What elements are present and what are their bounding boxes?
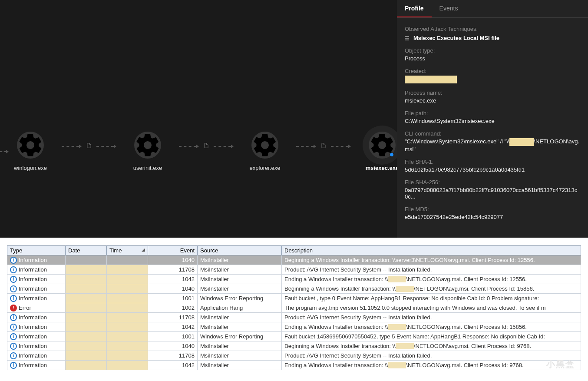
date-cell <box>66 322 107 332</box>
date-cell <box>66 361 107 370</box>
cli-command-value: "C:\Windows\System32\msiexec.exe" /i "\\… <box>405 138 580 152</box>
source-cell: MsiInstaller <box>198 255 282 265</box>
process-graph[interactable]: winlogon.exe userinit.exe explorer.exe <box>0 0 397 238</box>
process-node-label: winlogon.exe <box>14 165 47 171</box>
file-path-value: C:\Windows\System32\msiexec.exe <box>405 118 580 124</box>
attack-techniques-label: Observed Attack Techniques: <box>405 26 580 32</box>
info-icon: i <box>10 343 17 350</box>
time-cell <box>107 294 148 303</box>
description-text: Product: AVG Internet Security System --… <box>284 314 432 321</box>
process-node[interactable]: explorer.exe <box>243 132 287 171</box>
type-text: Information <box>19 285 47 292</box>
description-cell: Beginning a Windows Installer transactio… <box>282 255 581 265</box>
source-cell: MsiInstaller <box>198 341 282 351</box>
description-cell: Ending a Windows Installer transaction: … <box>282 361 581 370</box>
tab-events[interactable]: Events <box>432 0 466 17</box>
redacted-block <box>396 286 414 292</box>
description-cell: Beginning a Windows Installer transactio… <box>282 341 581 351</box>
description-text: \NETLOGON\avg.msi. Client Process Id: 15… <box>414 285 534 292</box>
type-text: Information <box>19 295 47 301</box>
date-cell <box>66 284 107 294</box>
process-node[interactable]: msiexec.exe <box>360 132 397 171</box>
date-cell <box>66 341 107 351</box>
table-row[interactable]: iInformation 11708 MsiInstaller Product:… <box>7 313 581 322</box>
info-icon: i <box>10 362 17 369</box>
description-text: Ending a Windows Installer transaction: … <box>284 324 388 330</box>
description-text: Ending a Windows Installer transaction: … <box>284 276 388 282</box>
gear-icon <box>369 132 396 159</box>
tab-profile[interactable]: Profile <box>397 0 432 17</box>
type-text: Information <box>19 276 47 282</box>
source-cell: MsiInstaller <box>198 361 282 370</box>
time-cell <box>107 341 148 351</box>
table-row[interactable]: iInformation 1042 MsiInstaller Ending a … <box>7 275 581 284</box>
description-cell: The program avg.tmp version 51.1052.0.0 … <box>282 303 581 313</box>
created-label: Created: <box>405 68 580 74</box>
process-node-label: explorer.exe <box>250 165 281 171</box>
attack-technique-text: Msiexec Executes Local MSI file <box>413 35 499 41</box>
col-header-time[interactable]: Time◢ <box>107 246 148 255</box>
time-cell <box>107 255 148 265</box>
file-path-label: File path: <box>405 110 580 116</box>
table-row[interactable]: iInformation 11708 MsiInstaller Product:… <box>7 265 581 275</box>
table-row[interactable]: iInformation 1042 MsiInstaller Ending a … <box>7 322 581 332</box>
table-row[interactable]: !Error 1002 Application Hang The program… <box>7 303 581 313</box>
type-text: Information <box>19 314 47 321</box>
connector <box>179 142 234 151</box>
table-row[interactable]: iInformation 1001 Windows Error Reportin… <box>7 294 581 303</box>
table-row[interactable]: iInformation 1040 MsiInstaller Beginning… <box>7 341 581 351</box>
time-cell <box>107 332 148 341</box>
description-text: \NETLOGON\avg.msi. Client Process Id: 12… <box>406 276 526 282</box>
description-cell: Product: AVG Internet Security System --… <box>282 313 581 322</box>
attack-technique-item[interactable]: Msiexec Executes Local MSI file <box>405 35 580 41</box>
panel-tabs: Profile Events <box>397 0 588 18</box>
date-cell <box>66 332 107 341</box>
date-cell <box>66 275 107 284</box>
type-text: Information <box>19 343 47 349</box>
info-icon: i <box>10 352 17 359</box>
file-icon <box>320 142 327 151</box>
description-cell: Ending a Windows Installer transaction: … <box>282 322 581 332</box>
col-header-date[interactable]: Date <box>66 246 107 255</box>
date-cell <box>66 313 107 322</box>
event-log-section: Type Date Time◢ Event Source Description… <box>0 238 588 374</box>
gear-icon <box>251 132 278 159</box>
col-header-event[interactable]: Event <box>148 246 198 255</box>
time-cell <box>107 322 148 332</box>
col-header-description[interactable]: Description <box>282 246 581 255</box>
info-icon: i <box>10 266 17 273</box>
event-table[interactable]: Type Date Time◢ Event Source Description… <box>7 245 581 370</box>
process-node[interactable]: userinit.exe <box>126 132 169 171</box>
panel-body: Observed Attack Techniques: Msiexec Exec… <box>397 18 588 225</box>
table-row[interactable]: iInformation 1040 MsiInstaller Beginning… <box>7 284 581 294</box>
file-icon <box>203 142 209 151</box>
gear-icon <box>17 132 44 159</box>
md5-value: e5da170027542e25ede42fc54c929077 <box>405 214 580 220</box>
process-node-label: userinit.exe <box>133 165 162 171</box>
time-cell <box>107 265 148 275</box>
description-cell: Beginning a Windows Installer transactio… <box>282 284 581 294</box>
description-text: Product: AVG Internet Security System --… <box>284 352 432 359</box>
table-row[interactable]: iInformation 11708 MsiInstaller Product:… <box>7 351 581 361</box>
col-header-type[interactable]: Type <box>7 246 66 255</box>
table-row[interactable]: iInformation 1042 MsiInstaller Ending a … <box>7 361 581 370</box>
event-cell: 1040 <box>148 341 198 351</box>
col-header-source[interactable]: Source <box>198 246 282 255</box>
source-cell: Windows Error Reporting <box>198 332 282 341</box>
event-cell: 1042 <box>148 361 198 370</box>
sha1-label: File SHA-1: <box>405 159 580 165</box>
event-cell: 1001 <box>148 294 198 303</box>
event-cell: 1042 <box>148 275 198 284</box>
table-row[interactable]: iInformation 1040 MsiInstaller Beginning… <box>7 255 581 265</box>
process-node[interactable]: winlogon.exe <box>9 132 52 171</box>
date-cell <box>66 294 107 303</box>
event-cell: 1001 <box>148 332 198 341</box>
event-cell: 11708 <box>148 265 198 275</box>
sha256-label: File SHA-256: <box>405 179 580 186</box>
object-type-label: Object type: <box>405 47 580 54</box>
table-row[interactable]: iInformation 1001 Windows Error Reportin… <box>7 332 581 341</box>
time-cell <box>107 361 148 370</box>
list-icon <box>405 36 410 40</box>
description-text: Beginning a Windows Installer transactio… <box>284 343 396 349</box>
time-cell <box>107 303 148 313</box>
